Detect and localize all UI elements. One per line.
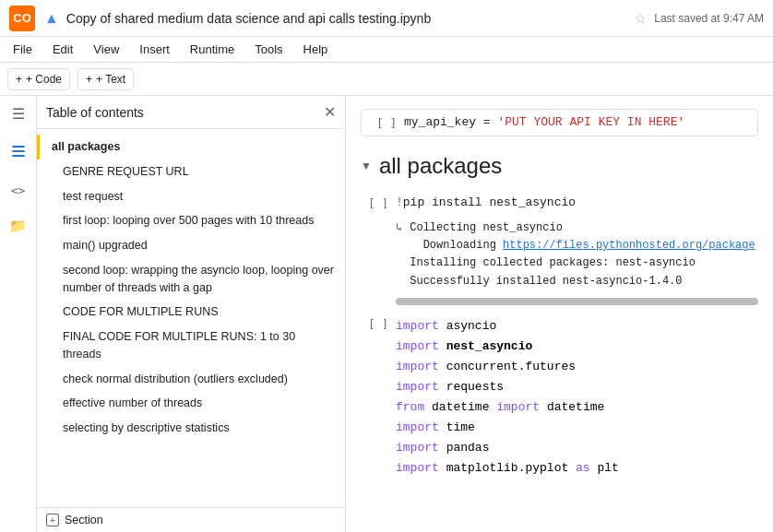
add-code-button[interactable]: + + Code bbox=[7, 68, 70, 90]
toc-item-effective-threads[interactable]: effective number of threads bbox=[37, 391, 345, 416]
sidebar-panel: Table of contents ✕ all packages GENRE R… bbox=[37, 96, 346, 532]
top-bar: CO ▲ Copy of shared medium data science … bbox=[0, 0, 773, 37]
add-text-button[interactable]: + + Text bbox=[77, 68, 134, 90]
drive-icon: ▲ bbox=[44, 10, 59, 27]
plus-box-icon: + bbox=[46, 514, 59, 526]
toc-item-test-request[interactable]: test request bbox=[37, 184, 345, 209]
output-scrollbar[interactable] bbox=[396, 298, 758, 305]
content-area[interactable]: [ ] my_api_key = 'PUT YOUR API KEY IN HE… bbox=[346, 96, 773, 532]
plus-icon: + bbox=[16, 73, 22, 86]
star-icon[interactable]: ☆ bbox=[635, 11, 647, 26]
last-saved: Last saved at 9:47 AM bbox=[654, 12, 764, 25]
doc-title[interactable]: Copy of shared medium data science and a… bbox=[66, 11, 627, 26]
menu-tools[interactable]: Tools bbox=[251, 41, 286, 58]
svg-rect-0 bbox=[12, 146, 25, 148]
cell-2-code[interactable]: !pip install nest_asyncio bbox=[396, 195, 758, 209]
sidebar-content: all packages GENRE REQUEST URL test requ… bbox=[37, 129, 345, 507]
menu-insert[interactable]: Insert bbox=[136, 41, 173, 58]
sidebar-icons: ☰ <> 📁 bbox=[0, 96, 37, 532]
toc-item-final-code[interactable]: FINAL CODE FOR MULTIPLE RUNS: 1 to 30 th… bbox=[37, 325, 345, 367]
toc-item-genre-request[interactable]: GENRE REQUEST URL bbox=[37, 160, 345, 184]
main-layout: ☰ <> 📁 Table of contents ✕ all packages … bbox=[0, 96, 773, 532]
toc-item-selecting-descriptive[interactable]: selecting by descriptive statistics bbox=[37, 416, 345, 441]
plus-icon-text: + bbox=[86, 73, 92, 86]
code-bracket-icon[interactable]: <> bbox=[7, 180, 30, 201]
svg-rect-1 bbox=[12, 150, 25, 152]
hamburger-icon[interactable]: ☰ bbox=[8, 101, 29, 126]
sidebar-header: Table of contents ✕ bbox=[37, 96, 345, 129]
toc-item-all-packages[interactable]: all packages bbox=[37, 135, 345, 160]
cell-1-code[interactable]: my_api_key = 'PUT YOUR API KEY IN HERE' bbox=[404, 115, 750, 129]
folder-icon[interactable]: 📁 bbox=[6, 214, 30, 238]
svg-rect-2 bbox=[12, 155, 25, 157]
section-all-packages: ▼ all packages bbox=[346, 146, 773, 186]
toolbar: + + Code + + Text bbox=[0, 63, 773, 96]
section-label: Section bbox=[65, 514, 103, 526]
sidebar-close-button[interactable]: ✕ bbox=[324, 103, 336, 121]
cell-3-code[interactable]: import asyncio import nest_asyncio impor… bbox=[396, 316, 758, 479]
output-cell: ↳ Collecting nest_asyncio Downloading ht… bbox=[396, 216, 773, 294]
download-link[interactable]: https://files.pythonhosted.org/package bbox=[503, 239, 755, 252]
cell-1-bracket: [ ] bbox=[369, 115, 397, 130]
code-cell-2: [ ] !pip install nest_asyncio bbox=[346, 190, 773, 216]
collapse-button[interactable]: ▼ bbox=[361, 160, 372, 172]
output-lines: Collecting nest_asyncio Downloading http… bbox=[410, 219, 755, 290]
toc-icon[interactable] bbox=[6, 139, 30, 167]
output-arrow-icon: ↳ bbox=[396, 219, 402, 290]
cell-2-bracket: [ ] bbox=[361, 195, 388, 210]
add-section-button[interactable]: + Section bbox=[37, 507, 345, 532]
menu-edit[interactable]: Edit bbox=[49, 41, 77, 58]
cell-3-bracket: [ ] bbox=[361, 316, 388, 331]
menu-file[interactable]: File bbox=[9, 41, 36, 58]
section-title: all packages bbox=[379, 153, 502, 179]
code-label: + Code bbox=[26, 73, 62, 86]
code-cell-1: [ ] my_api_key = 'PUT YOUR API KEY IN HE… bbox=[346, 103, 773, 142]
colab-logo: CO bbox=[9, 6, 35, 31]
menu-bar: File Edit View Insert Runtime Tools Help bbox=[0, 37, 773, 63]
toc-item-normal-dist[interactable]: check normal distribution (outliers excl… bbox=[37, 367, 345, 392]
toc-item-first-loop[interactable]: first loop: looping over 500 pages with … bbox=[37, 208, 345, 233]
toc-item-second-loop[interactable]: second loop: wrapping the asyncio loop, … bbox=[37, 258, 345, 301]
text-label: + Text bbox=[96, 73, 125, 86]
sidebar-title: Table of contents bbox=[46, 105, 144, 120]
menu-help[interactable]: Help bbox=[300, 41, 332, 58]
toc-item-main-upgraded[interactable]: main() upgraded bbox=[37, 233, 345, 258]
code-cell-3: [ ] import asyncio import nest_asyncio i… bbox=[346, 311, 773, 485]
menu-runtime[interactable]: Runtime bbox=[186, 41, 238, 58]
menu-view[interactable]: View bbox=[89, 41, 123, 58]
toc-item-code-multiple[interactable]: CODE FOR MULTIPLE RUNS bbox=[37, 300, 345, 325]
